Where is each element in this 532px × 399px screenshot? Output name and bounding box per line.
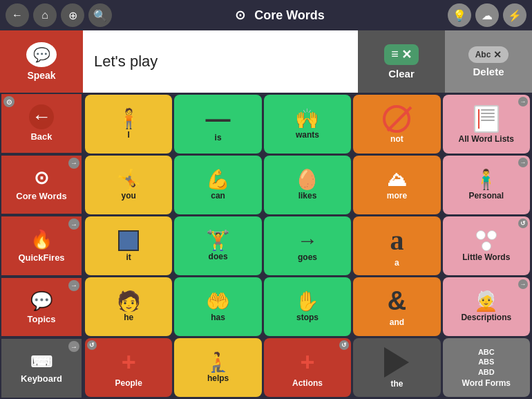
top-nav: ← ⌂ ⊕ 🔍 ⊙ Core Words 💡 ☁ ⚡	[0, 0, 532, 30]
little-words-label: Little Words	[462, 252, 510, 262]
the-label: the	[390, 379, 403, 389]
cell-has[interactable]: 🤲 has	[174, 277, 261, 336]
not-icon	[383, 105, 410, 133]
helps-label: helps	[207, 373, 229, 383]
goes-label: goes	[298, 252, 317, 262]
topics-badge: →	[68, 280, 79, 291]
I-image: 🧍	[117, 109, 141, 129]
globe-nav-button[interactable]: ⊕	[61, 3, 84, 27]
it-label: it	[126, 252, 131, 262]
cell-I[interactable]: 🧍 I	[85, 95, 172, 154]
keyboard-icon: ⌨	[30, 353, 53, 371]
cell-little-words[interactable]: ↺ Little Words	[443, 216, 530, 275]
you-image: 🤸	[117, 170, 141, 189]
sidebar-item-topics[interactable]: → 💬 Topics	[0, 277, 83, 338]
descriptions-image: 🧑‍🦳	[474, 292, 498, 311]
cell-stops[interactable]: ✋ stops	[264, 277, 351, 336]
topics-label: Topics	[28, 314, 56, 324]
notebook-icon	[474, 105, 499, 133]
does-label: does	[209, 252, 228, 261]
content-grid: 🧍 I — is 🙌 wants not → All Word Lists	[83, 93, 532, 399]
main-area: ⊙ ← Back → ⊙ Core Words → 🔥 QuickFires →…	[0, 93, 532, 399]
cell-goes[interactable]: → goes	[264, 216, 351, 275]
cell-you[interactable]: 🤸 you	[85, 156, 172, 214]
cell-can[interactable]: 💪 can	[174, 156, 261, 214]
cell-word-forms[interactable]: ABCABSABD Word Forms	[443, 338, 530, 397]
a-image: a	[390, 224, 403, 257]
little-words-badge: ↺	[518, 219, 528, 228]
speak-button[interactable]: 💬 Speak	[0, 30, 83, 93]
cell-it[interactable]: it	[85, 216, 172, 275]
word-forms-label: Word Forms	[462, 378, 511, 388]
wants-label: wants	[296, 130, 319, 140]
core-words-label: Core Words	[16, 191, 66, 201]
the-play-icon	[384, 347, 409, 378]
all-word-lists-badge: →	[518, 97, 528, 106]
is-label: is	[215, 133, 222, 142]
wants-image: 🙌	[295, 109, 319, 129]
home-nav-button[interactable]: ⌂	[33, 3, 57, 27]
search-nav-button[interactable]: 🔍	[88, 3, 112, 27]
cell-actions[interactable]: ↺ + Actions	[264, 338, 351, 397]
speak-label: Speak	[27, 70, 55, 81]
delete-button[interactable]: Abc ✕ Delete	[445, 30, 532, 93]
keyboard-label: Keyboard	[21, 373, 62, 384]
I-label: I	[128, 130, 130, 140]
it-image	[118, 230, 139, 251]
core-words-badge: →	[68, 158, 79, 169]
cell-likes[interactable]: 🥚 likes	[264, 156, 351, 214]
sidebar-item-back[interactable]: ⊙ ← Back	[0, 93, 83, 154]
sidebar-item-quickfires[interactable]: → 🔥 QuickFires	[0, 215, 83, 277]
stops-image: ✋	[295, 292, 319, 311]
cell-all-word-lists[interactable]: → All Word Lists	[443, 95, 530, 154]
descriptions-badge: →	[518, 279, 528, 289]
cell-wants[interactable]: 🙌 wants	[264, 95, 351, 154]
more-label: more	[387, 191, 407, 201]
a-label: a	[395, 258, 399, 268]
little-words-icon	[473, 230, 500, 251]
does-image: 🏋️	[206, 231, 230, 250]
sidebar: ⊙ ← Back → ⊙ Core Words → 🔥 QuickFires →…	[0, 93, 83, 399]
descriptions-label: Descriptions	[461, 313, 511, 322]
keyboard-badge: →	[68, 341, 79, 352]
clear-button[interactable]: ≡ ✕ Clear	[358, 30, 445, 93]
cell-he[interactable]: 🧑 he	[85, 277, 172, 336]
cell-is[interactable]: — is	[174, 95, 261, 154]
delete-icon: Abc ✕	[468, 46, 509, 63]
back-nav-button[interactable]: ←	[6, 3, 29, 27]
sidebar-item-core-words[interactable]: → ⊙ Core Words	[0, 154, 83, 216]
speak-bar: 💬 Speak Let's play ≡ ✕ Clear Abc ✕ Delet…	[0, 30, 532, 93]
stops-label: stops	[296, 313, 319, 322]
has-image: 🤲	[206, 292, 230, 311]
back-label: Back	[30, 131, 52, 142]
he-label: he	[124, 313, 133, 322]
cell-descriptions[interactable]: → 🧑‍🦳 Descriptions	[443, 277, 530, 336]
people-refresh-icon: ↺	[87, 340, 97, 350]
cell-not[interactable]: not	[353, 95, 440, 154]
can-image: 💪	[206, 170, 230, 189]
clear-label: Clear	[388, 68, 415, 80]
cell-and[interactable]: & and	[353, 277, 440, 336]
cell-a[interactable]: a a	[353, 216, 440, 275]
cell-does[interactable]: 🏋️ does	[174, 216, 261, 275]
sidebar-item-keyboard[interactable]: → ⌨ Keyboard	[0, 337, 83, 399]
back-arrow-icon: ←	[29, 104, 54, 129]
settings-button[interactable]: ⚡	[503, 3, 526, 27]
page-title: ⊙ Core Words	[116, 8, 444, 23]
delete-label: Delete	[473, 66, 504, 77]
has-label: has	[211, 313, 225, 322]
clear-icon: ≡ ✕	[384, 44, 419, 65]
text-content: Let's play	[94, 53, 158, 71]
actions-plus-icon: +	[300, 348, 314, 377]
likes-label: likes	[298, 191, 317, 201]
light-button[interactable]: 💡	[448, 3, 471, 27]
more-image: ⛰	[387, 170, 406, 189]
cell-personal[interactable]: → 🧍‍♂️ Personal	[443, 156, 530, 214]
cloud-button[interactable]: ☁	[475, 3, 499, 27]
cell-people[interactable]: ↺ + People	[85, 338, 172, 397]
cell-the[interactable]: the	[353, 338, 440, 397]
cell-helps[interactable]: 🧎 helps	[174, 338, 261, 397]
cell-more[interactable]: ⛰ more	[353, 156, 440, 214]
goes-image: →	[297, 230, 318, 251]
word-forms-icon: ABCABSABD	[478, 347, 495, 377]
